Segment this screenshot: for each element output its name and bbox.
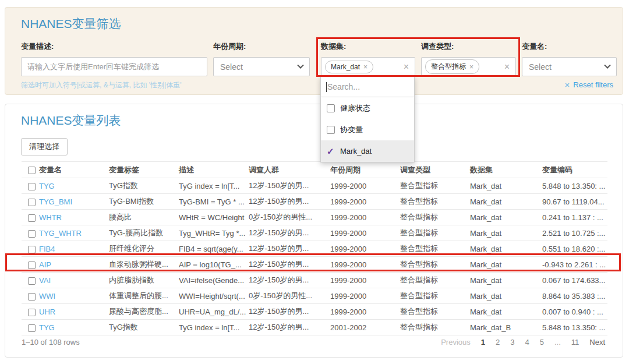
variable-name-link[interactable]: TYG_WHTR	[39, 229, 82, 238]
table-cell-desc: TyG index = ln[T...	[178, 178, 248, 194]
row-checkbox[interactable]	[28, 261, 36, 269]
pagination-page-1[interactable]: 1	[481, 338, 485, 347]
row-checkbox[interactable]	[28, 214, 36, 222]
chevron-down-icon	[297, 62, 303, 68]
table-cell-cycle: 1999-2000	[329, 178, 399, 194]
chevron-down-icon	[604, 62, 610, 68]
table-cell-coding: 5.848 to 13.350: ...	[541, 320, 607, 335]
year-period-select[interactable]: Select	[213, 57, 310, 76]
option-checkbox	[327, 104, 335, 112]
table-cell-desc: UHR=UA_mg_dL/...	[178, 304, 248, 320]
variable-name-link[interactable]: TYG	[39, 182, 55, 190]
table-cell-survey: 整合型指标	[399, 320, 469, 335]
variable-name-link[interactable]: TYG_BMI	[39, 197, 72, 206]
dataset-multiselect[interactable]: Mark_dat × ×	[321, 57, 415, 76]
survey-type-chip-label: 整合型指标	[431, 62, 466, 72]
table-cell-cycle: 1999-2000	[329, 194, 399, 210]
variable-list-title: NHANES变量列表	[21, 112, 121, 129]
row-checkbox[interactable]	[28, 183, 36, 190]
reset-filters-button[interactable]: × Reset filters	[565, 80, 613, 90]
table-cell-coding: 5.848 to 13.350: ...	[541, 178, 607, 194]
table-cell-population: 12岁-150岁的男...	[248, 225, 329, 241]
dropdown-option[interactable]: 协变量	[321, 119, 414, 140]
table-cell-cycle: 2001-2002	[329, 320, 399, 335]
row-checkbox[interactable]	[28, 246, 36, 253]
column-header: 年份周期	[329, 162, 399, 178]
table-cell-coding: 0.551 to 18.620 :...	[541, 241, 607, 257]
table-row: UHR尿酸与高密度脂...UHR=UA_mg_dL/...12岁-150岁的男.…	[22, 304, 607, 320]
column-header: 变量标签	[108, 162, 178, 178]
dataset-chip: Mark_dat ×	[325, 61, 373, 73]
table-cell-dataset: Mark_dat	[469, 194, 541, 210]
table-cell-desc: AIP = log10(TG_...	[178, 257, 248, 273]
table-cell-label: 腰高比	[108, 210, 178, 225]
row-checkbox[interactable]	[28, 199, 36, 206]
dataset-label: 数据集:	[321, 41, 415, 52]
table-cell-cycle: 1999-2000	[329, 288, 399, 304]
survey-type-label: 调查类型:	[421, 41, 516, 52]
table-row: FIB4肝纤维化评分FIB4 = sqrt(age(y...12岁-150岁的男…	[22, 241, 607, 257]
pagination-page-11[interactable]: 11	[571, 338, 579, 347]
table-row: TYG_BMITyG-BMI指数TyG-BMI = TyG * ...12岁-1…	[22, 194, 607, 210]
table-header-row: 变量名变量标签描述调查人群年份周期调查类型数据集变量编码	[22, 162, 607, 178]
pagination-previous[interactable]: Previous	[441, 338, 471, 347]
table-cell-coding: 0.241 to 1.137 : ...	[541, 210, 607, 225]
dropdown-search-input[interactable]	[327, 82, 409, 91]
table-cell-coding: 8.864 to 35.383 :...	[541, 288, 607, 304]
table-cell-population: 12岁-150岁的男...	[248, 304, 329, 320]
variable-description-input[interactable]	[21, 57, 207, 76]
table-cell-population: 12岁-150岁的男...	[248, 320, 329, 335]
dropdown-option[interactable]: ✓Mark_dat	[321, 140, 414, 162]
variable-name-link[interactable]: AIP	[39, 260, 51, 269]
pagination-page-5[interactable]: 5	[540, 338, 544, 347]
table-cell-desc: VAI=ifelse(Gende...	[178, 273, 248, 288]
table-row: VAI内脏脂肪指数VAI=ifelse(Gende...12岁-150岁的男..…	[22, 273, 607, 288]
variable-name-link[interactable]: VAI	[39, 276, 51, 285]
column-header: 调查类型	[399, 162, 469, 178]
variable-name-link[interactable]: UHR	[39, 308, 55, 316]
table-cell-desc: WHtR = WC/Height	[178, 210, 248, 225]
table-cell-population: 12岁-150岁的男...	[248, 273, 329, 288]
table-cell-dataset: Mark_dat	[469, 210, 541, 225]
table-cell-dataset: Mark_dat	[469, 273, 541, 288]
dropdown-option[interactable]: 健康状态	[321, 97, 414, 119]
select-all-checkbox[interactable]	[28, 167, 36, 174]
pagination-page-2[interactable]: 2	[496, 338, 500, 347]
pagination-page-4[interactable]: 4	[525, 338, 529, 347]
variable-name-link[interactable]: TYG	[39, 323, 55, 332]
table-cell-population: 12岁-150岁的男...	[248, 178, 329, 194]
table-cell-cycle: 1999-2000	[329, 273, 399, 288]
clear-survey-type-icon[interactable]: ×	[504, 62, 510, 72]
pagination-next[interactable]: Next	[589, 338, 605, 347]
row-checkbox[interactable]	[28, 324, 36, 332]
option-checkbox	[327, 126, 335, 134]
row-checkbox[interactable]	[28, 293, 36, 301]
table-row: AIP血浆动脉粥样硬...AIP = log10(TG_...12岁-150岁的…	[22, 257, 607, 273]
variable-name-label: 变量名:	[522, 41, 617, 52]
variable-name-link[interactable]: FIB4	[39, 245, 55, 253]
table-cell-dataset: Mark_dat	[469, 178, 541, 194]
variable-name-select[interactable]: Select	[522, 57, 617, 76]
clear-dataset-icon[interactable]: ×	[404, 62, 409, 72]
dataset-chip-label: Mark_dat	[331, 63, 360, 71]
table-cell-desc: TyG-BMI = TyG * ...	[178, 194, 248, 210]
table-cell-label: TyG-腰高比指数	[108, 225, 178, 241]
variable-name-link[interactable]: WWI	[39, 292, 55, 301]
dropdown-options: 健康状态协变量✓Mark_dat	[321, 97, 414, 162]
variable-name-link[interactable]: WHTR	[39, 213, 62, 222]
table-row: WHTR腰高比WHtR = WC/Height0岁-150岁的男性...1999…	[22, 210, 607, 225]
pagination-page-3[interactable]: 3	[510, 338, 514, 347]
chip-remove-icon[interactable]: ×	[469, 63, 473, 70]
table-cell-coding: -0.943 to 2.261 : ...	[541, 257, 607, 273]
field-dataset: 数据集: Mark_dat × ×	[321, 41, 415, 76]
survey-type-multiselect[interactable]: 整合型指标 × ×	[421, 57, 516, 76]
table-cell-label: 肝纤维化评分	[108, 241, 178, 257]
chip-remove-icon[interactable]: ×	[363, 63, 367, 70]
table-cell-dataset: Mark_dat	[469, 257, 541, 273]
table-cell-dataset: Mark_dat_B	[469, 320, 541, 335]
row-checkbox[interactable]	[28, 230, 36, 238]
row-checkbox[interactable]	[28, 309, 36, 316]
clear-selection-button[interactable]: 清理选择	[21, 138, 68, 156]
filter-panel: NHANES变量筛选 变量描述: 年份周期: Select 数据集: Mark_…	[5, 7, 623, 95]
row-checkbox[interactable]	[28, 277, 36, 285]
